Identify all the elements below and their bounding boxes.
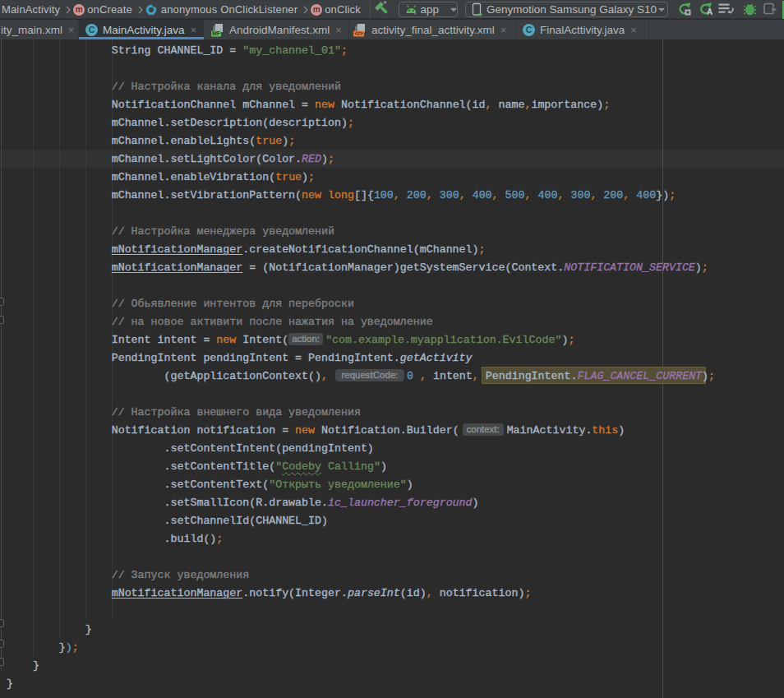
svg-text:A: A [707, 7, 713, 16]
svg-text:</>: </> [354, 30, 362, 36]
svg-text:MF: MF [212, 30, 221, 36]
